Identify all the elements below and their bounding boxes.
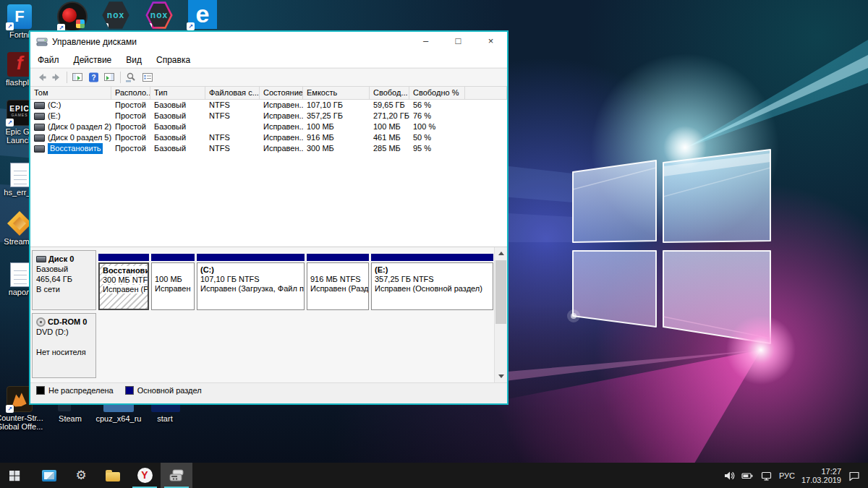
partition-color-bar bbox=[98, 254, 149, 261]
rescan-disks-icon[interactable] bbox=[125, 72, 137, 83]
icon-label: cpuz_x64_ru bbox=[96, 414, 142, 423]
taskbar-file-explorer[interactable] bbox=[97, 463, 129, 488]
column-header bbox=[465, 87, 507, 99]
scroll-up-arrow[interactable] bbox=[495, 247, 507, 260]
volume-icon bbox=[34, 145, 45, 153]
forward-icon[interactable] bbox=[51, 72, 62, 83]
help-icon[interactable]: ? bbox=[88, 72, 99, 83]
column-header[interactable]: Состояние bbox=[260, 87, 303, 99]
recorder-app-icon bbox=[57, 1, 88, 32]
yandex-browser-icon bbox=[137, 468, 153, 483]
close-button[interactable]: × bbox=[475, 32, 507, 52]
back-icon[interactable] bbox=[36, 72, 47, 83]
disk-management-icon bbox=[169, 469, 184, 482]
volume-row[interactable]: (C:) Простой Базовый NTFS Исправен... 10… bbox=[30, 100, 507, 111]
language-indicator[interactable]: РУС bbox=[779, 471, 795, 480]
titlebar[interactable]: Управление дисками – □ × bbox=[30, 32, 507, 52]
toolbar: ? bbox=[30, 68, 507, 87]
volume-row-selected[interactable]: Восстановить Простой Базовый NTFS Исправ… bbox=[30, 143, 507, 154]
taskbar-yandex-browser[interactable] bbox=[129, 463, 161, 488]
console-tree-icon[interactable] bbox=[72, 72, 84, 83]
column-header[interactable]: Емкость bbox=[303, 87, 370, 99]
icon-label: start bbox=[157, 414, 172, 423]
volume-name: (E:) bbox=[48, 111, 61, 121]
desktop: Fortni flashpla Epic Ga Launch hs_err_p … bbox=[0, 0, 868, 488]
start-file-icon bbox=[151, 405, 180, 412]
toolbar-separator bbox=[67, 72, 67, 83]
volume-name: (C:) bbox=[48, 100, 61, 111]
graphical-view: Диск 0 Базовый 465,64 ГБ В сети Восстано… bbox=[30, 247, 507, 382]
volume-row[interactable]: (Диск 0 раздел 5) Простой Базовый NTFS И… bbox=[30, 132, 507, 143]
column-header[interactable]: Располо... bbox=[111, 87, 150, 99]
desktop-icon-nox-2[interactable] bbox=[140, 1, 179, 30]
steam-icon bbox=[58, 405, 71, 411]
disk0-info-panel[interactable]: Диск 0 Базовый 465,64 ГБ В сети bbox=[32, 250, 96, 310]
network-icon[interactable] bbox=[760, 470, 773, 481]
column-header[interactable]: Свобод... bbox=[370, 87, 409, 99]
desktop-icon-steam[interactable]: Steam bbox=[51, 413, 90, 423]
partition-c[interactable]: (C:) 107,10 ГБ NTFS Исправен (Загрузка, … bbox=[197, 254, 305, 310]
volume-row[interactable]: (Диск 0 раздел 2) Простой Базовый Исправ… bbox=[30, 121, 507, 132]
legend-swatch-primary bbox=[125, 386, 134, 395]
taskbar-snip-app[interactable] bbox=[33, 463, 65, 488]
menu-view[interactable]: Вид bbox=[119, 55, 149, 65]
menu-file[interactable]: Файл bbox=[30, 55, 67, 65]
volume-icon[interactable] bbox=[723, 470, 735, 481]
cpuz-icon bbox=[103, 405, 134, 412]
partition-color-bar bbox=[151, 254, 195, 261]
volume-name: (Диск 0 раздел 5) bbox=[48, 132, 111, 143]
battery-icon[interactable] bbox=[741, 470, 754, 481]
shortcut-arrow-icon bbox=[6, 405, 14, 413]
action-center-icon[interactable] bbox=[848, 470, 861, 481]
partition-recovery[interactable]: Восстановит 300 МБ NTFS Исправен (Р bbox=[98, 254, 149, 310]
taskbar-disk-management[interactable] bbox=[161, 463, 192, 488]
volume-name: Восстановить bbox=[48, 143, 103, 154]
disk0-row: Диск 0 Базовый 465,64 ГБ В сети Восстано… bbox=[32, 250, 493, 310]
vertical-scrollbar[interactable] bbox=[494, 247, 507, 382]
cdrom-info-panel[interactable]: CD-ROM 0 DVD (D:) Нет носителя bbox=[32, 313, 96, 378]
legend-unallocated: Не распределена bbox=[36, 386, 114, 395]
gear-icon: ⚙ bbox=[75, 463, 86, 488]
action-pane-icon[interactable] bbox=[103, 72, 116, 83]
screen-capture-icon bbox=[42, 470, 56, 481]
desktop-icon-edge[interactable] bbox=[183, 0, 222, 29]
cdrom-status: Нет носителя bbox=[36, 347, 92, 357]
shortcut-arrow-icon bbox=[187, 22, 195, 30]
taskbar-clock[interactable]: 17:27 17.03.2019 bbox=[801, 467, 841, 484]
document-icon bbox=[10, 163, 30, 187]
maximize-button[interactable]: □ bbox=[442, 32, 475, 52]
scrollbar-thumb[interactable] bbox=[495, 260, 506, 324]
properties-icon[interactable] bbox=[142, 72, 154, 83]
partition-916mb[interactable]: 916 МБ NTFS Исправен (Разд bbox=[307, 254, 369, 310]
desktop-icon-cpuz[interactable]: cpuz_x64_ru bbox=[99, 413, 138, 423]
column-header[interactable]: Свободно % bbox=[409, 87, 465, 99]
desktop-icon-start[interactable]: start bbox=[145, 413, 184, 423]
minimize-button[interactable]: – bbox=[409, 32, 442, 52]
column-header[interactable]: Том bbox=[30, 87, 111, 99]
folder-icon bbox=[106, 472, 120, 481]
disk-status: В сети bbox=[36, 284, 92, 294]
toolbar-separator bbox=[120, 72, 121, 83]
volume-icon bbox=[34, 102, 45, 109]
icon-label: парол bbox=[9, 288, 31, 296]
start-button[interactable] bbox=[0, 463, 29, 488]
flashplayer-icon bbox=[7, 52, 32, 77]
taskbar-settings[interactable]: ⚙ bbox=[65, 463, 97, 488]
document-icon bbox=[10, 262, 30, 287]
column-header[interactable]: Файловая с... bbox=[205, 87, 260, 99]
partition-system[interactable]: 100 МБ Исправен bbox=[151, 254, 195, 310]
desktop-icon-recorder[interactable] bbox=[53, 1, 92, 32]
partition-e[interactable]: (E:) 357,25 ГБ NTFS Исправен (Основной р… bbox=[371, 254, 493, 310]
scroll-down-arrow[interactable] bbox=[495, 370, 507, 382]
fortnite-icon bbox=[7, 4, 32, 29]
disk-icon bbox=[36, 256, 46, 262]
desktop-icon-nox[interactable] bbox=[96, 1, 135, 30]
volume-row[interactable]: (E:) Простой Базовый NTFS Исправен... 35… bbox=[30, 111, 507, 121]
menu-action[interactable]: Действие bbox=[67, 55, 119, 65]
icon-label: Steam bbox=[59, 414, 82, 423]
menu-help[interactable]: Справка bbox=[149, 55, 197, 65]
volume-list: Том Располо... Тип Файловая с... Состоян… bbox=[30, 87, 507, 247]
icon-label: Fortni bbox=[9, 30, 30, 39]
tray-date: 17.03.2019 bbox=[801, 476, 841, 484]
column-header[interactable]: Тип bbox=[150, 87, 205, 99]
